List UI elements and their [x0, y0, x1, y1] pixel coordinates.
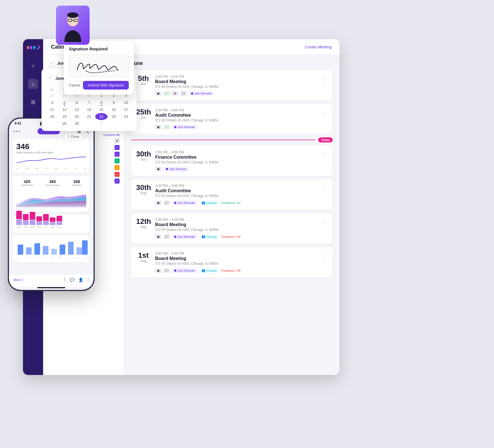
event-location: 372 W Ontario St #303, Chicago, IL 60654: [155, 85, 316, 89]
sig-cancel-button[interactable]: Cancel: [69, 83, 80, 87]
week-label-sat: Sat: [51, 226, 54, 228]
join-remote-tag[interactable]: Join Remote: [164, 166, 189, 172]
join-remote-tag[interactable]: Join Remote: [172, 234, 197, 239]
svg-rect-8: [34, 243, 40, 255]
svg-rect-7: [26, 247, 32, 255]
groups-tag[interactable]: 👥 Groups: [199, 200, 219, 205]
chat-icon[interactable]: 💬: [70, 278, 74, 282]
phone-col-card: 1 2 3 4 5 6 7 8 9: [13, 236, 90, 262]
event-more-button[interactable]: ⋮: [320, 108, 328, 117]
dp-day[interactable]: 4: [46, 99, 58, 106]
phone-week-bars: Mon Tue Wed Thu: [16, 218, 86, 229]
dp-day[interactable]: 7: [83, 99, 95, 106]
event-more-button[interactable]: ⋮: [320, 252, 328, 260]
sig-submit-button[interactable]: Submit With Signature: [83, 81, 129, 90]
tag-grid-icon: ▦: [155, 268, 161, 273]
sig-canvas[interactable]: [69, 55, 129, 77]
dp-day-today[interactable]: 22: [95, 113, 108, 120]
groups-tag[interactable]: 👥 Groups: [199, 234, 219, 239]
toolbar-dot: [18, 131, 20, 132]
event-location: 372 W Ontario St #303, Chicago, IL 60654: [155, 262, 316, 266]
dp-day[interactable]: 17: [120, 106, 132, 113]
filter-checkbox-6[interactable]: ✓: [115, 172, 120, 177]
phone-home-indicator: [37, 287, 65, 288]
text-icon[interactable]: T: [63, 278, 66, 282]
dp-day[interactable]: 21: [83, 113, 95, 120]
event-more-button[interactable]: ⋮: [320, 150, 328, 159]
dp-day[interactable]: 28: [46, 92, 58, 99]
sidebar-item-menu[interactable]: ≡: [28, 61, 38, 71]
dp-day[interactable]: 5: [58, 99, 71, 106]
cal-prev-btn[interactable]: ‹: [48, 59, 55, 67]
event-location: 372 W Ontario St #303, Chicago, IL 60654: [155, 118, 316, 122]
join-remote-tag[interactable]: Join Remote: [189, 91, 214, 96]
user-icon[interactable]: 👤: [78, 278, 83, 282]
tag-chat-icon: 💬: [180, 91, 187, 96]
tag-grid-icon: ▦: [155, 234, 161, 239]
dp-day[interactable]: 18: [46, 113, 58, 120]
event-more-button[interactable]: ⋮: [320, 75, 328, 83]
dp-day[interactable]: 10: [120, 99, 132, 106]
phone-chart-row: 425 Digital Sales 365 Physical Sales 268…: [16, 179, 86, 186]
groups-tag[interactable]: 👥 Groups: [199, 268, 219, 273]
phone-bar-labels: 01 03 05 07 09 11 13 15: [16, 167, 86, 170]
event-date-num: 30th: [136, 184, 151, 191]
close-label[interactable]: Close: [71, 135, 79, 139]
mine-button[interactable]: Mine ∧: [13, 278, 23, 282]
dp-day[interactable]: 24: [120, 113, 132, 120]
sidebar-item-calendar[interactable]: ▦: [28, 97, 38, 107]
event-name: Board Meeting: [155, 222, 316, 227]
join-remote-dot: [174, 126, 176, 128]
create-meeting-button[interactable]: Create Meeting: [305, 45, 332, 49]
dp-day[interactable]: 12: [58, 106, 71, 113]
event-tags: ▦ Join Remote: [155, 166, 316, 172]
dp-day[interactable]: 15: [95, 106, 108, 113]
event-more-button[interactable]: ⋮: [320, 184, 328, 192]
dp-day[interactable]: 20: [71, 113, 83, 120]
dp-day[interactable]: 13: [71, 106, 83, 113]
sig-modal-title: Signature Required: [69, 46, 129, 51]
svg-rect-11: [60, 245, 65, 255]
week-bar-group: Tue: [23, 214, 29, 228]
tag-chat-icon: 💬: [164, 201, 170, 205]
join-remote-tag[interactable]: Join Remote: [172, 200, 197, 205]
bar-label: 09: [55, 167, 57, 170]
dp-day[interactable]: 9: [108, 99, 120, 106]
bar-label: 01: [16, 167, 19, 170]
week-label-sun: Sun: [57, 226, 61, 228]
dp-day[interactable]: 30: [71, 120, 83, 127]
event-name: Audit Committee: [155, 113, 316, 118]
week-bar-purple: [23, 221, 29, 225]
filter-checkbox-1[interactable]: ✓: [115, 138, 120, 143]
dp-day[interactable]: 23: [108, 113, 120, 120]
share-icon[interactable]: ⤴: [87, 278, 89, 282]
col-label: 4: [42, 256, 43, 259]
dp-day[interactable]: 19: [58, 113, 71, 120]
dp-day[interactable]: 16: [108, 106, 120, 113]
dp-prev-btn[interactable]: ‹: [46, 74, 53, 82]
dp-day[interactable]: 8: [95, 99, 108, 106]
dp-day[interactable]: 1: [95, 120, 108, 127]
bar-label: 07: [45, 167, 48, 170]
filter-checkbox-5[interactable]: ✓: [115, 165, 120, 170]
phone-area-card: 425 Digital Sales 365 Physical Sales 268…: [13, 176, 90, 212]
filter-checkbox-7[interactable]: ✓: [115, 179, 120, 184]
mobile-phone: 9:41 ▌▌▌ wifi 🔋 ▦ 🔍: [8, 118, 95, 291]
dp-day[interactable]: 11: [46, 106, 58, 113]
join-remote-tag[interactable]: Join Remote: [172, 268, 197, 273]
join-remote-tag[interactable]: Join Remote: [172, 125, 197, 130]
filter-checkbox-3[interactable]: ✓: [115, 152, 120, 157]
join-remote-label: Join Remote: [178, 125, 195, 129]
join-remote-label: Join Remote: [178, 269, 195, 272]
join-remote-dot: [174, 236, 176, 238]
dp-day[interactable]: 29: [58, 120, 71, 127]
filter-checkbox-2[interactable]: ✓: [115, 145, 120, 150]
event-date-num: 1st: [136, 252, 151, 259]
event-more-button[interactable]: ⋮: [320, 218, 328, 226]
dp-day[interactable]: 6: [71, 99, 83, 106]
phone-chart-stat: 365 Physical Sales: [45, 179, 60, 186]
dp-day[interactable]: 14: [83, 106, 95, 113]
filter-checkbox-4[interactable]: ✓: [115, 158, 120, 163]
sidebar-item-home[interactable]: ⌂: [28, 79, 38, 89]
join-remote-label: Join Remote: [194, 92, 212, 95]
